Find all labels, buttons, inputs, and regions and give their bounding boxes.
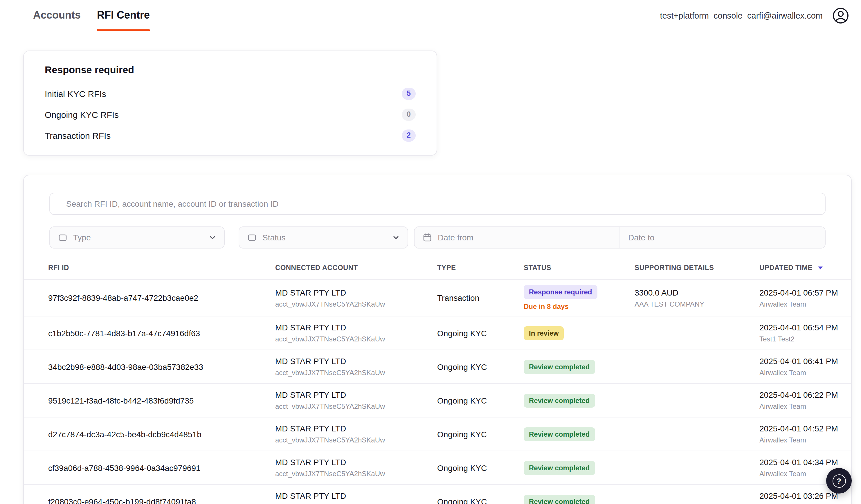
summary-item-initial-kyc[interactable]: Initial KYC RFIs 5: [45, 83, 416, 104]
table-body: 97f3c92f-8839-48ab-a747-4722b3cae0e2 MD …: [24, 279, 851, 504]
rfi-table-card: Type Status: [23, 175, 852, 504]
date-from-filter[interactable]: Date from: [414, 227, 619, 248]
updated-time: 2025-04-01 04:52 PM: [760, 423, 851, 434]
column-supporting-details: SUPPORTING DETAILS: [634, 263, 760, 272]
updated-by: Airwallex Team: [760, 435, 851, 445]
updated-time: 2025-04-01 06:22 PM: [760, 389, 851, 401]
supporting-details-cell: [634, 333, 760, 333]
rfi-id-cell: 9519c121-f3ad-48fc-b442-483f6d9fd735: [48, 396, 275, 405]
chevron-down-icon: [209, 234, 216, 241]
user-avatar-icon[interactable]: [832, 7, 849, 24]
status-cell: Review completed: [524, 494, 634, 504]
status-badge: Review completed: [524, 360, 595, 374]
date-to-label: Date to: [628, 233, 817, 242]
type-cell: Ongoing KYC: [437, 430, 524, 439]
account-id: acct_vbwJJX7TNseC5YA2hSKaUw: [275, 502, 437, 504]
updated-time-cell: 2025-04-01 06:22 PM Airwallex Team: [760, 389, 851, 412]
account-id: acct_vbwJJX7TNseC5YA2hSKaUw: [275, 368, 437, 378]
account-id: acct_vbwJJX7TNseC5YA2hSKaUw: [275, 299, 437, 309]
account-name: MD STAR PTY LTD: [275, 423, 437, 434]
help-button[interactable]: ?: [826, 468, 852, 493]
status-badge: Review completed: [524, 494, 595, 504]
summary-item-ongoing-kyc[interactable]: Ongoing KYC RFIs 0: [45, 104, 416, 125]
table-row[interactable]: 34bc2b98-e888-4d03-98ae-03ba57382e33 MD …: [24, 350, 851, 383]
tab-accounts[interactable]: Accounts: [33, 0, 81, 31]
table-row[interactable]: 9519c121-f3ad-48fc-b442-483f6d9fd735 MD …: [24, 383, 851, 417]
table-header: RFI ID CONNECTED ACCOUNT TYPE STATUS SUP…: [24, 248, 851, 279]
chevron-down-icon: [393, 234, 399, 241]
connected-account-cell: MD STAR PTY LTD acct_vbwJJX7TNseC5YA2hSK…: [275, 423, 437, 445]
updated-time-cell: 2025-04-01 06:41 PM Airwallex Team: [760, 355, 851, 378]
type-filter-label: Type: [73, 233, 209, 242]
column-connected-account: CONNECTED ACCOUNT: [275, 263, 437, 272]
summary-item-transaction[interactable]: Transaction RFIs 2: [45, 125, 416, 146]
connected-account-cell: MD STAR PTY LTD acct_vbwJJX7TNseC5YA2hSK…: [275, 389, 437, 412]
rfi-id-cell: f20803c0-e964-450c-b199-dd8f74091fa8: [48, 497, 275, 504]
supporting-details-cell: [634, 366, 760, 367]
nav-tabs: Accounts RFI Centre: [33, 0, 150, 31]
supporting-amount: 3300.0 AUD: [634, 287, 760, 298]
top-nav: Accounts RFI Centre test+platform_consol…: [0, 0, 861, 31]
account-name: MD STAR PTY LTD: [275, 355, 437, 367]
filters-row: Type Status: [49, 227, 825, 248]
updated-time-cell: 2025-04-01 06:54 PM Test1 Test2: [760, 322, 851, 344]
status-filter-icon: [247, 233, 257, 242]
status-filter-label: Status: [262, 233, 393, 242]
status-cell: Review completed: [524, 427, 634, 441]
table-row[interactable]: f20803c0-e964-450c-b199-dd8f74091fa8 MD …: [24, 484, 851, 504]
column-type: TYPE: [437, 263, 524, 272]
supporting-details-cell: [634, 434, 760, 434]
tab-rfi-centre[interactable]: RFI Centre: [97, 0, 150, 31]
type-cell: Ongoing KYC: [437, 396, 524, 405]
supporting-details-cell: [634, 467, 760, 468]
date-from-label: Date from: [438, 233, 611, 242]
status-cell: Review completed: [524, 393, 634, 407]
updated-by: Airwallex Team: [760, 502, 851, 504]
type-cell: Transaction: [437, 293, 524, 302]
summary-count-badge: 2: [402, 129, 416, 141]
date-to-filter[interactable]: Date to: [620, 227, 825, 248]
table-row[interactable]: 97f3c92f-8839-48ab-a747-4722b3cae0e2 MD …: [24, 279, 851, 316]
user-email: test+platform_console_carfi@airwallex.co…: [660, 11, 823, 20]
status-badge: Review completed: [524, 393, 595, 407]
account-name: MD STAR PTY LTD: [275, 287, 437, 298]
table-row[interactable]: d27c7874-dc3a-42c5-be4b-dcb9c4d4851b MD …: [24, 417, 851, 451]
status-badge: In review: [524, 326, 564, 340]
table-row[interactable]: c1b2b50c-7781-4d83-b17a-47c74916df63 MD …: [24, 316, 851, 350]
question-mark-icon: ?: [832, 474, 846, 488]
summary-item-label: Transaction RFIs: [45, 130, 111, 140]
sort-desc-icon: [818, 267, 823, 270]
type-filter-icon: [58, 233, 67, 242]
type-cell: Ongoing KYC: [437, 328, 524, 338]
type-cell: Ongoing KYC: [437, 362, 524, 371]
summary-item-label: Ongoing KYC RFIs: [45, 109, 119, 119]
column-updated-time[interactable]: UPDATED TIME: [760, 263, 851, 272]
status-filter[interactable]: Status: [238, 227, 408, 248]
updated-time-cell: 2025-04-01 04:52 PM Airwallex Team: [760, 423, 851, 445]
rfi-id-cell: c1b2b50c-7781-4d83-b17a-47c74916df63: [48, 328, 275, 338]
connected-account-cell: MD STAR PTY LTD acct_vbwJJX7TNseC5YA2hSK…: [275, 490, 437, 504]
connected-account-cell: MD STAR PTY LTD acct_vbwJJX7TNseC5YA2hSK…: [275, 322, 437, 344]
updated-by: Airwallex Team: [760, 401, 851, 412]
account-id: acct_vbwJJX7TNseC5YA2hSKaUw: [275, 334, 437, 344]
updated-time: 2025-04-01 06:57 PM: [760, 287, 851, 298]
type-cell: Ongoing KYC: [437, 497, 524, 504]
updated-time: 2025-04-01 06:54 PM: [760, 322, 851, 333]
rfi-id-cell: 97f3c92f-8839-48ab-a747-4722b3cae0e2: [48, 293, 275, 302]
response-required-card: Response required Initial KYC RFIs 5 Ong…: [23, 51, 437, 155]
status-due-text: Due in 8 days: [524, 302, 634, 311]
type-filter[interactable]: Type: [49, 227, 225, 248]
updated-time: 2025-04-01 06:41 PM: [760, 355, 851, 367]
header-right: test+platform_console_carfi@airwallex.co…: [660, 7, 849, 24]
status-cell: Response required Due in 8 days: [524, 285, 634, 311]
date-range-filter: Date from Date to: [414, 227, 825, 248]
summary-count-badge: 5: [402, 87, 416, 99]
table-row[interactable]: cf39a06d-a788-4538-9964-0a34ac979691 MD …: [24, 451, 851, 484]
rfi-id-cell: cf39a06d-a788-4538-9964-0a34ac979691: [48, 463, 275, 472]
search-wrap: [49, 193, 825, 215]
updated-time-cell: 2025-04-01 06:57 PM Airwallex Team: [760, 287, 851, 309]
search-input[interactable]: [49, 193, 825, 215]
updated-time: 2025-04-01 04:34 PM: [760, 457, 851, 468]
account-name: MD STAR PTY LTD: [275, 457, 437, 468]
summary-item-label: Initial KYC RFIs: [45, 88, 106, 98]
